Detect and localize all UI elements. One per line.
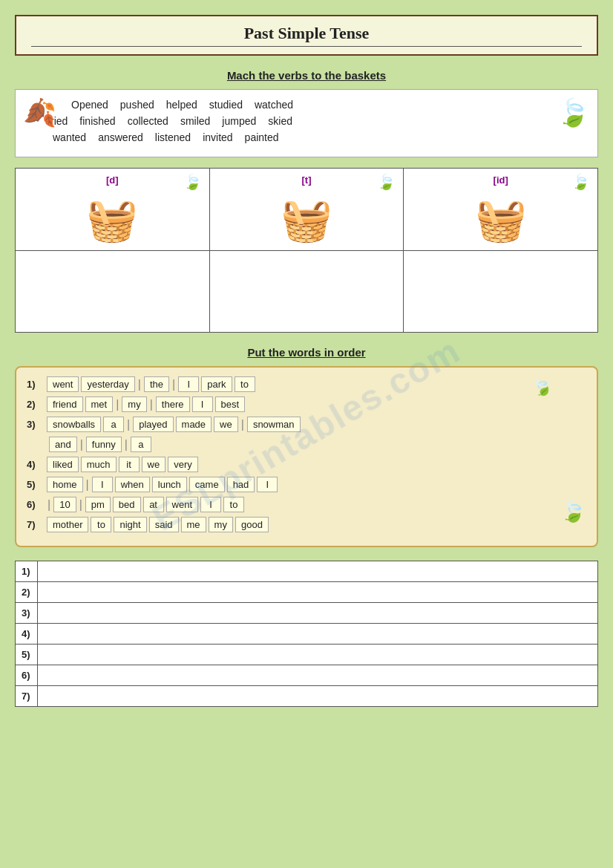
ans-num-6: 6): [16, 665, 38, 686]
word-to-7: to: [91, 517, 111, 532]
word-at: at: [143, 497, 164, 512]
word-snowman: snowman: [247, 417, 301, 432]
ans-num-2: 2): [16, 582, 38, 603]
word-row-3b: and | funny | a: [49, 437, 586, 452]
answer-row-5: 5): [16, 645, 598, 665]
basket-d-answer[interactable]: [16, 251, 210, 333]
word-i-5b: I: [257, 477, 278, 492]
basket-d-top: [d] 🍃 🧺: [16, 169, 210, 251]
word-my-7: my: [209, 517, 233, 532]
basket-id-answer[interactable]: [404, 251, 598, 333]
answer-row-4: 4): [16, 624, 598, 645]
word-i-5a: I: [92, 477, 113, 492]
word-much: much: [81, 457, 117, 472]
word-very: very: [168, 457, 198, 472]
ans-line-1[interactable]: [38, 561, 598, 582]
word-there: there: [156, 397, 190, 412]
verb-watched: watched: [252, 99, 296, 111]
row-6-num: 6): [27, 499, 42, 510]
ans-line-3[interactable]: [38, 603, 598, 624]
leaf-left-icon: 🍂: [23, 97, 56, 128]
word-my-2: my: [122, 397, 146, 412]
verb-skied: skied: [265, 115, 295, 127]
word-came: came: [189, 477, 225, 492]
basket-id-top: [id] 🍃 🧺: [404, 169, 598, 251]
word-made: made: [176, 417, 212, 432]
word-i-6: I: [200, 497, 221, 512]
basket-d-icon: 🧺: [22, 195, 203, 244]
word-it: it: [119, 457, 140, 472]
word-10: 10: [53, 497, 76, 512]
word-went-6: went: [166, 497, 198, 512]
word-good: good: [235, 517, 269, 532]
basket-t-label: [t]: [301, 174, 311, 186]
verbs-row-1: Opened pushed helped studied watched: [68, 99, 545, 111]
answer-row-3: 3): [16, 603, 598, 624]
ans-line-4[interactable]: [38, 624, 598, 645]
green-leaf-deco-icon: 🍃: [560, 499, 586, 523]
ans-line-7[interactable]: [38, 686, 598, 707]
baskets-table: [d] 🍃 🧺 [t] 🍃 🧺 [id] 🍃 🧺: [15, 168, 598, 333]
word-pm: pm: [85, 497, 111, 512]
page-container: Past Simple Tense Mach the verbs to the …: [15, 15, 598, 707]
verb-smiled: smiled: [177, 115, 213, 127]
row-5-num: 5): [27, 479, 42, 490]
verb-answered: answered: [95, 131, 146, 143]
word-lunch: lunch: [152, 477, 187, 492]
title-box: Past Simple Tense: [15, 15, 598, 56]
word-had: had: [227, 477, 255, 492]
word-row-6: 6) | 10 | pm bed at went I to: [27, 497, 586, 512]
word-row-4: 4) liked much it we very: [27, 457, 586, 472]
word-liked: liked: [47, 457, 79, 472]
basket-d-label: [d]: [106, 174, 119, 186]
word-row-1: 1) went yesterday | the | I park to: [27, 376, 586, 392]
words-order-box: 🍃 🍃 1) went yesterday | the | I park to …: [15, 366, 598, 547]
basket-t-icon: 🧺: [216, 195, 398, 244]
word-we-4: we: [142, 457, 166, 472]
verb-pushed: pushed: [117, 99, 157, 111]
leaf-right-icon: 🍃: [557, 97, 590, 128]
page-title: Past Simple Tense: [31, 24, 582, 43]
ans-line-2[interactable]: [38, 582, 598, 603]
answer-row-6: 6): [16, 665, 598, 686]
verb-painted: painted: [242, 131, 282, 143]
word-snowballs: snowballs: [47, 417, 101, 432]
ans-num-1: 1): [16, 561, 38, 582]
ans-line-5[interactable]: [38, 645, 598, 665]
verb-wanted: wanted: [50, 131, 89, 143]
basket-t-answer[interactable]: [209, 251, 404, 333]
verb-studied: studied: [206, 99, 246, 111]
word-met: met: [85, 397, 114, 412]
baskets-bottom-row: [16, 251, 598, 333]
verb-listened: listened: [152, 131, 194, 143]
word-we-3: we: [214, 417, 238, 432]
word-a-3b: a: [131, 437, 151, 452]
verbs-row-3: wanted answered listened invited painted: [50, 131, 586, 143]
ans-num-3: 3): [16, 603, 38, 624]
verb-finished: finished: [76, 115, 118, 127]
word-row-5: 5) home | I when lunch came had I: [27, 477, 586, 492]
baskets-top-row: [d] 🍃 🧺 [t] 🍃 🧺 [id] 🍃 🧺: [16, 169, 598, 251]
answers-table: 1) 2) 3) 4) 5) 6) 7): [15, 561, 598, 707]
word-said: said: [149, 517, 179, 532]
ans-line-6[interactable]: [38, 665, 598, 686]
word-best: best: [215, 397, 246, 412]
row-7-num: 7): [27, 519, 42, 530]
word-i-2: I: [192, 397, 213, 412]
answer-row-2: 2): [16, 582, 598, 603]
word-bed: bed: [113, 497, 141, 512]
verb-collected: collected: [125, 115, 171, 127]
answer-row-7: 7): [16, 686, 598, 707]
word-park: park: [201, 376, 232, 392]
word-row-7: 7) mother to night said me my good: [27, 517, 586, 532]
row-2-num: 2): [27, 399, 42, 410]
basket-id-leaf: 🍃: [571, 173, 590, 191]
ans-num-4: 4): [16, 624, 38, 645]
word-to-1: to: [235, 376, 255, 392]
word-me: me: [181, 517, 206, 532]
basket-id-label: [id]: [494, 174, 508, 186]
row-3-num: 3): [27, 419, 42, 430]
word-home: home: [47, 477, 83, 492]
basket-t-leaf: 🍃: [377, 173, 396, 191]
word-mother: mother: [47, 517, 88, 532]
